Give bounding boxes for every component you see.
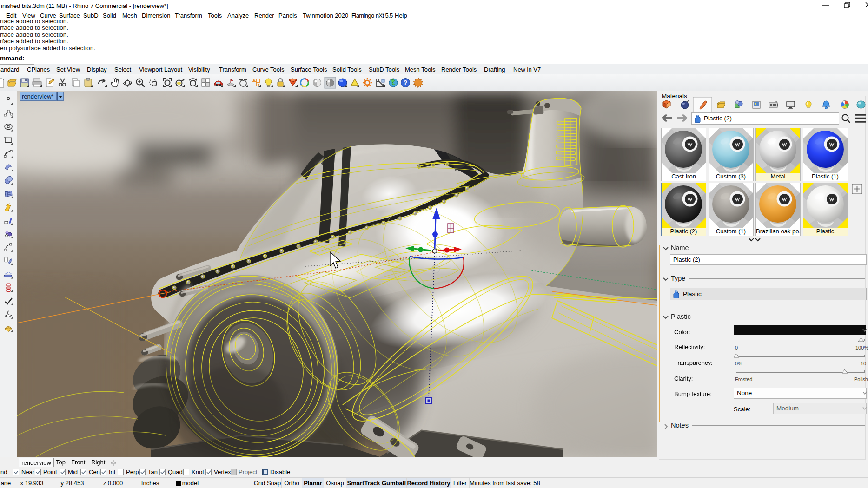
- svg-text:?: ?: [404, 79, 408, 86]
